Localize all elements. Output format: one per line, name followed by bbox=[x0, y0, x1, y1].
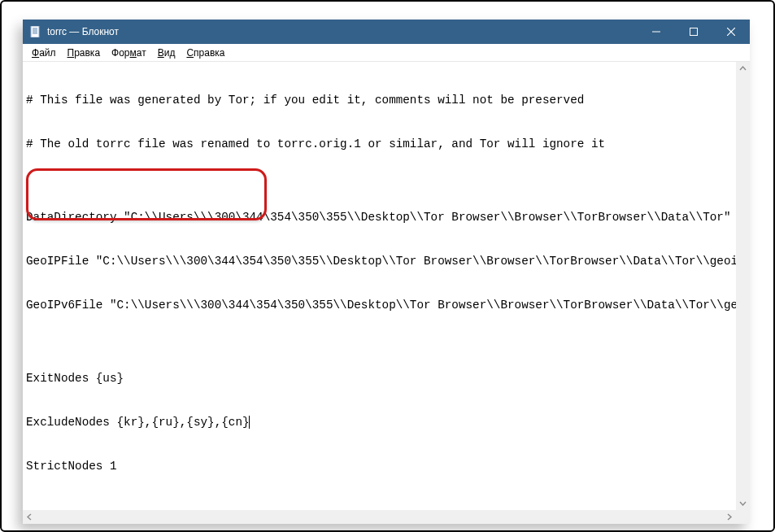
text-line: # The old torrc file was renamed to torr… bbox=[26, 137, 733, 151]
text-line: StrictNodes 1 bbox=[26, 459, 733, 473]
menu-format[interactable]: Формат bbox=[106, 46, 152, 60]
notepad-icon bbox=[29, 25, 42, 38]
menubar: Файл Правка Формат Вид Справка bbox=[23, 44, 750, 62]
scroll-left-button[interactable] bbox=[23, 510, 37, 524]
text-line: GeoIPFile "C:\\Users\\\300\344\354\350\3… bbox=[26, 254, 733, 268]
menu-help[interactable]: Справка bbox=[181, 46, 230, 60]
editor-area: # This file was generated by Tor; if you… bbox=[23, 62, 750, 524]
menu-view[interactable]: Вид bbox=[152, 46, 181, 60]
svg-rect-6 bbox=[690, 28, 698, 36]
text-line: DataDirectory "C:\\Users\\\300\344\354\3… bbox=[26, 210, 733, 225]
menu-edit[interactable]: Правка bbox=[62, 46, 107, 60]
scroll-track[interactable] bbox=[736, 76, 750, 496]
scroll-track[interactable] bbox=[37, 510, 722, 524]
window-title: torrc — Блокнот bbox=[47, 26, 119, 37]
text-line: GeoIPv6File "C:\\Users\\\300\344\354\350… bbox=[26, 298, 733, 312]
text-caret bbox=[249, 416, 250, 429]
vertical-scrollbar[interactable] bbox=[736, 62, 750, 510]
scroll-right-button[interactable] bbox=[722, 510, 736, 524]
text-line: # This file was generated by Tor; if you… bbox=[26, 93, 733, 107]
maximize-button[interactable] bbox=[675, 20, 712, 44]
titlebar[interactable]: torrc — Блокнот bbox=[23, 20, 750, 44]
menu-file[interactable]: Файл bbox=[26, 46, 62, 60]
scroll-up-button[interactable] bbox=[736, 62, 750, 76]
scrollbar-corner bbox=[736, 510, 750, 524]
notepad-window: torrc — Блокнот Файл Правка Формат Вид С… bbox=[23, 20, 750, 524]
text-editor[interactable]: # This file was generated by Tor; if you… bbox=[23, 62, 736, 510]
horizontal-scrollbar[interactable] bbox=[23, 510, 736, 524]
scroll-down-button[interactable] bbox=[736, 496, 750, 510]
text-line: ExitNodes {us} bbox=[26, 371, 733, 386]
text-line: ExcludeNodes {kr},{ru},{sy},{cn} bbox=[26, 415, 733, 430]
close-button[interactable] bbox=[712, 20, 750, 44]
minimize-button[interactable] bbox=[638, 20, 675, 44]
